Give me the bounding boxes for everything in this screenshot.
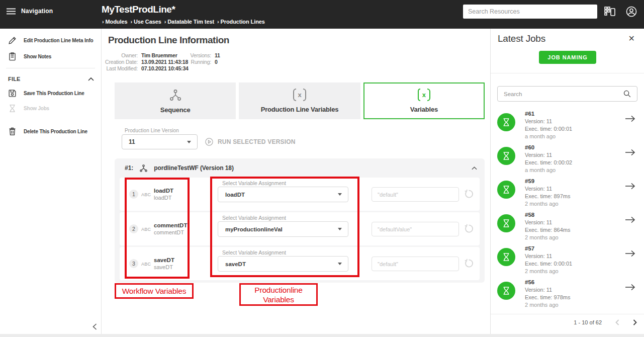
- version-select-value: 11: [122, 138, 187, 145]
- sidebar-item-label: Show Notes: [24, 54, 51, 59]
- sidebar-section-label: FILE: [8, 76, 21, 82]
- version-select[interactable]: 11: [122, 134, 198, 149]
- tab-sequence[interactable]: Sequence: [115, 82, 236, 119]
- breadcrumb: Modules Use Cases Datatable Tim test Pro…: [102, 19, 266, 25]
- jobs-search-input[interactable]: [498, 91, 623, 97]
- page-next-icon[interactable]: [633, 319, 637, 325]
- reset-icon[interactable]: [464, 189, 474, 199]
- notes-icon: [8, 52, 17, 61]
- tab-label: Production Line Variables: [261, 106, 339, 113]
- job-version: Version: 11: [525, 118, 572, 125]
- reset-icon[interactable]: [464, 258, 474, 269]
- job-item[interactable]: #56 Version: 11 Exec. time: 978ms 2 mont…: [491, 278, 644, 311]
- latest-jobs-panel: Latest Jobs ✕ JOB NAMING #61 Vers: [490, 29, 644, 334]
- variables-icon: x: [418, 89, 430, 101]
- tab-production-line-variables[interactable]: x Production Line Variables: [239, 82, 360, 119]
- default-value-input[interactable]: [372, 188, 458, 201]
- sidebar-item-label: Show Jobs: [24, 106, 49, 111]
- run-label: RUN SELECTED VERSION: [218, 138, 296, 145]
- default-value-input[interactable]: [372, 222, 458, 236]
- sidebar-item-show-notes[interactable]: Show Notes: [8, 52, 51, 61]
- arrow-right-icon[interactable]: [625, 183, 635, 190]
- navigation-menu[interactable]: Navigation: [7, 8, 53, 15]
- main-content: Production Line Information Owner: Tim B…: [102, 29, 490, 334]
- workflow-index: #1:: [125, 164, 133, 172]
- section-title: Production Line Information: [108, 35, 229, 46]
- tab-label: Variables: [410, 106, 438, 113]
- close-icon[interactable]: ✕: [628, 34, 635, 43]
- job-ago: 2 months ago: [525, 234, 570, 241]
- chevron-up-icon[interactable]: [88, 77, 94, 81]
- jobs-search: [497, 86, 637, 102]
- variables-icon: x: [293, 89, 306, 101]
- job-hourglass-icon: [497, 113, 515, 131]
- sidebar-item-edit-meta[interactable]: Edit Production Line Meta Info: [8, 36, 93, 45]
- default-value-input[interactable]: [372, 257, 458, 271]
- job-id: #58: [525, 211, 570, 219]
- job-version: Version: 11: [525, 286, 570, 294]
- job-ago: 2 months ago: [525, 268, 572, 275]
- search-resources: [463, 5, 597, 19]
- meta-info-2: Versions: 11 Running: 0: [182, 52, 220, 65]
- pagination-range: 1 - 10 of 62: [574, 319, 602, 325]
- page: Navigation MyTestProdLine* Modules Use C…: [0, 0, 644, 337]
- account-icon[interactable]: [625, 6, 637, 18]
- job-version: Version: 11: [525, 219, 570, 226]
- job-id: #61: [525, 110, 572, 118]
- versions-value: 11: [215, 52, 220, 58]
- tab-variables[interactable]: x Variables: [363, 82, 485, 119]
- reset-icon[interactable]: [464, 223, 474, 234]
- job-id: #60: [525, 144, 572, 151]
- divider: [491, 314, 644, 314]
- play-circle-icon: [205, 137, 214, 146]
- arrow-right-icon[interactable]: [625, 250, 635, 257]
- divider: [491, 73, 644, 73]
- hamburger-icon[interactable]: [7, 8, 16, 15]
- sidebar-item-delete[interactable]: Delete This Production Line: [8, 127, 87, 136]
- job-item[interactable]: #59 Version: 11 Exec. time: 897ms 2 mont…: [491, 177, 644, 210]
- workflow-panel-header[interactable]: #1: pordlineTestWF (Version 18): [115, 158, 485, 178]
- job-item[interactable]: #57 Version: 11 Exec. time: 0:00:01 2 mo…: [491, 244, 644, 278]
- modified-label: Last Modified:: [102, 65, 138, 71]
- running-label: Running:: [182, 59, 211, 65]
- sidebar-section-file[interactable]: FILE: [8, 76, 94, 82]
- owner-label: Owner:: [102, 52, 138, 58]
- modules-icon[interactable]: [604, 6, 616, 18]
- job-version: Version: 11: [525, 151, 572, 159]
- job-item[interactable]: #58 Version: 11 Exec. time: 864ms 2 mont…: [491, 210, 644, 244]
- sidebar-collapse-button[interactable]: [93, 323, 97, 330]
- job-exec-time: Exec. time: 0:00:02: [525, 159, 572, 166]
- sidebar-item-save[interactable]: Save This Production Line: [8, 89, 84, 98]
- job-naming-button[interactable]: JOB NAMING: [539, 51, 596, 64]
- breadcrumb-item[interactable]: Datatable Tim test: [164, 19, 214, 25]
- breadcrumb-item[interactable]: Modules: [102, 19, 127, 25]
- annotation-label-productionline: Productionline Variables: [239, 283, 318, 306]
- search-resources-input[interactable]: [463, 5, 597, 19]
- search-icon[interactable]: [623, 90, 631, 98]
- job-item[interactable]: #60 Version: 11 Exec. time: 0:00:02 a mo…: [491, 143, 644, 177]
- run-selected-version-button[interactable]: RUN SELECTED VERSION: [205, 134, 296, 149]
- pencil-icon: [8, 36, 17, 45]
- default-value-field: [372, 222, 459, 236]
- breadcrumb-item[interactable]: Production Lines: [217, 19, 265, 25]
- collapse-chevron-icon[interactable]: [472, 166, 477, 170]
- job-item[interactable]: #61 Version: 11 Exec. time: 0:00:01 a mo…: [491, 109, 644, 143]
- page-prev-icon[interactable]: [615, 319, 619, 325]
- running-value: 0: [215, 59, 220, 65]
- arrow-right-icon[interactable]: [625, 216, 635, 223]
- arrow-right-icon[interactable]: [625, 284, 635, 291]
- job-hourglass-icon: [497, 214, 515, 232]
- caret-down-icon: [187, 141, 191, 143]
- versions-label: Versions:: [182, 52, 211, 58]
- sidebar-item-show-jobs[interactable]: Show Jobs: [8, 104, 49, 113]
- arrow-right-icon[interactable]: [625, 149, 635, 156]
- arrow-right-icon[interactable]: [625, 115, 635, 122]
- job-hourglass-icon: [497, 248, 515, 266]
- navigation-label: Navigation: [21, 8, 53, 15]
- creation-value: 13.09.2021 11:43:18: [141, 59, 189, 65]
- jobs-panel-title: Latest Jobs: [498, 33, 545, 44]
- job-ago: 2 months ago: [525, 200, 570, 208]
- owner-value: Tim Bruemmer: [141, 52, 189, 58]
- breadcrumb-item[interactable]: Use Cases: [130, 19, 161, 25]
- job-ago: 2 months ago: [525, 301, 570, 309]
